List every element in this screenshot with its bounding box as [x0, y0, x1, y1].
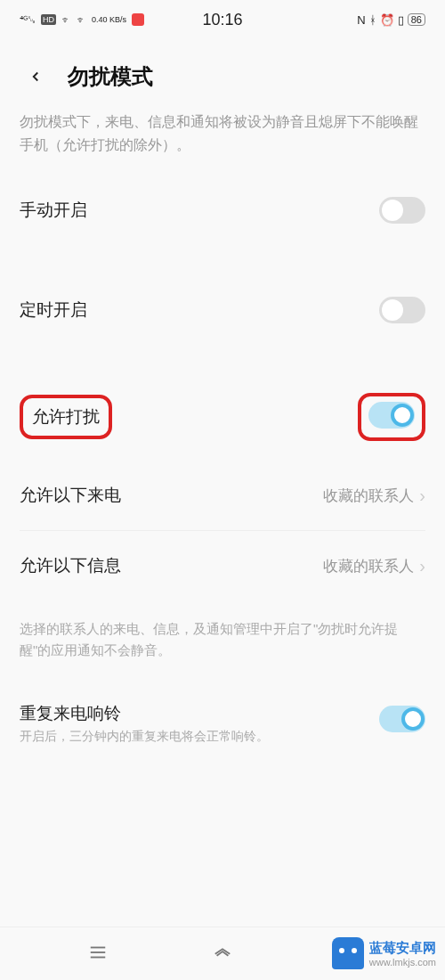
toggle-knob — [382, 299, 403, 321]
header: 勿扰模式 — [0, 39, 445, 110]
chevron-left-icon — [28, 69, 44, 85]
nav-home-button[interactable] — [211, 943, 234, 966]
repeat-label: 重复来电响铃 — [20, 702, 269, 725]
allow-label-highlight: 允许打扰 — [20, 395, 112, 439]
clock: 10:16 — [202, 11, 242, 29]
allow-disturb-row[interactable]: 允许打扰 — [20, 373, 425, 461]
watermark: 蓝莓安卓网 www.lmkjs.com — [332, 937, 436, 969]
alarm-icon: ⏰ — [380, 13, 394, 27]
toggle-knob — [391, 404, 414, 427]
manual-enable-row[interactable]: 手动开启 — [20, 174, 425, 247]
manual-toggle[interactable] — [379, 197, 425, 224]
repeat-call-row[interactable]: 重复来电响铃 开启后，三分钟内的重复来电将会正常响铃。 — [20, 679, 425, 768]
vibrate-icon: ▯ — [398, 13, 404, 27]
timed-label: 定时开启 — [20, 298, 87, 322]
allow-label: 允许打扰 — [32, 407, 100, 426]
menu-icon — [86, 943, 109, 962]
allow-calls-label: 允许以下来电 — [20, 484, 121, 507]
timed-toggle[interactable] — [379, 297, 425, 323]
allow-toggle-highlight — [358, 393, 425, 441]
allow-toggle[interactable] — [368, 402, 415, 429]
allow-msgs-label: 允许以下信息 — [20, 554, 121, 577]
manual-label: 手动开启 — [20, 199, 87, 222]
status-right: N ᚼ ⏰ ▯ 86 — [357, 13, 425, 27]
back-button[interactable] — [20, 61, 52, 93]
bluetooth-icon: ᚼ — [369, 13, 376, 27]
home-icon — [211, 943, 234, 962]
nfc-icon: N — [357, 13, 365, 27]
battery-icon: 86 — [408, 13, 425, 26]
wifi2-icon: ᯤ — [77, 14, 86, 25]
wifi-icon: ᯤ — [61, 14, 71, 25]
hd-icon: HD — [41, 14, 56, 25]
status-left: ⁴ᴳ␚ HD ᯤ ᯤ 0.40 KB/s — [20, 13, 144, 26]
repeat-sub: 开启后，三分钟内的重复来电将会正常响铃。 — [20, 729, 269, 745]
allow-calls-value: 收藏的联系人 — [323, 486, 414, 506]
chevron-right-icon: › — [419, 556, 425, 576]
watermark-url: www.lmkjs.com — [369, 957, 436, 968]
status-bar: ⁴ᴳ␚ HD ᯤ ᯤ 0.40 KB/s 10:16 N ᚼ ⏰ ▯ 86 — [0, 0, 445, 39]
allow-calls-row[interactable]: 允许以下来电 收藏的联系人 › — [20, 461, 425, 531]
app-icon — [132, 13, 144, 26]
allow-msgs-value: 收藏的联系人 — [323, 556, 414, 576]
timed-enable-row[interactable]: 定时开启 — [20, 274, 425, 347]
toggle-knob — [401, 707, 425, 731]
nav-recent-button[interactable] — [86, 943, 109, 966]
repeat-toggle[interactable] — [379, 706, 425, 732]
signal-icon: ⁴ᴳ␚ — [20, 14, 36, 26]
page-title: 勿扰模式 — [68, 62, 153, 91]
watermark-title: 蓝莓安卓网 — [369, 940, 436, 957]
net-speed: 0.40 KB/s — [92, 15, 126, 24]
android-icon — [332, 937, 364, 969]
allow-note: 选择的联系人的来电、信息，及通知管理中开启了"勿扰时允许提醒"的应用通知不会静音… — [0, 600, 445, 679]
chevron-right-icon: › — [419, 486, 425, 506]
dnd-description: 勿扰模式下，来电、信息和通知将被设为静音且熄屏下不能唤醒手机（允许打扰的除外）。 — [0, 110, 445, 174]
allow-msgs-row[interactable]: 允许以下信息 收藏的联系人 › — [20, 531, 425, 600]
toggle-knob — [382, 200, 403, 221]
